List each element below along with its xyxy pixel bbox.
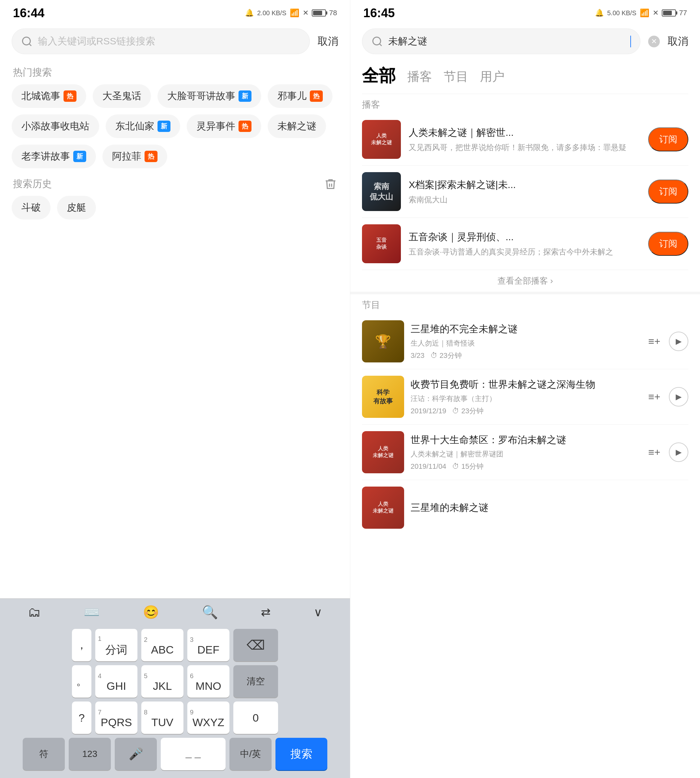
podcasters-section-title: 播客 [350, 94, 700, 114]
keyboard: 🗂 ⌨️ 😊 🔍 ⇄ ∨ ， 1 分词 2 ABC [0, 598, 350, 778]
hot-tag-6[interactable]: 灵异事件 热 [187, 114, 261, 138]
history-tags-container: 斗破 皮艇 [0, 196, 350, 219]
search-input-wrap-left[interactable]: 输入关键词或RSS链接搜索 [12, 28, 310, 54]
add-to-list-icon-0[interactable]: ≡+ [646, 333, 662, 349]
hot-tag-0[interactable]: 北城诡事 热 [12, 84, 86, 108]
kb-key-wxyz[interactable]: 9 WXYZ [187, 701, 230, 734]
episode-meta1-2: 人类未解之谜｜解密世界谜团 [411, 449, 640, 459]
episode-thumb-0: 🏆 [362, 320, 404, 362]
kb-key-fenci[interactable]: 1 分词 [95, 629, 137, 661]
podcaster-thumb-1: 索南侃大山 [362, 172, 401, 211]
tab-user[interactable]: 用户 [480, 68, 505, 87]
kb-key-zero[interactable]: 0 [233, 701, 278, 734]
tab-episode[interactable]: 节目 [444, 68, 468, 87]
kb-key-tuv[interactable]: 8 TUV [141, 701, 183, 734]
hot-tag-1[interactable]: 大圣鬼话 [93, 84, 151, 108]
status-bar-left: 16:44 🔔 2.00 KB/S 📶 ✕ 78 [0, 0, 350, 23]
episode-thumb-2: 人类未解之谜 [362, 431, 404, 473]
episode-item-1: 科学有故事 收费节目免费听：世界未解之谜之深海生物 汪诂：科学有故事（主打） 2… [350, 369, 700, 424]
episode-thumb-3: 人类未解之谜 [362, 487, 404, 529]
results-scroll[interactable]: 播客 人类未解之谜 人类未解之谜｜解密世... 又见西风哥，把世界说给你听！新书… [350, 94, 700, 778]
tab-podcast[interactable]: 播客 [407, 68, 432, 87]
search-icon-left [21, 36, 33, 47]
hot-search-title: 热门搜索 [0, 59, 350, 84]
kb-toolbar-briefcase[interactable]: 🗂 [28, 605, 41, 619]
kb-toolbar-emoji[interactable]: 😊 [143, 604, 159, 620]
search-placeholder-left: 输入关键词或RSS链接搜索 [38, 35, 300, 48]
cancel-button-right[interactable]: 取消 [668, 34, 688, 48]
status-icons-right: 🔔 5.00 KB/S 📶 ✕ 77 [595, 8, 687, 17]
kb-key-comma[interactable]: ， [72, 629, 92, 661]
add-to-list-icon-1[interactable]: ≡+ [646, 389, 662, 405]
cancel-button-left[interactable]: 取消 [318, 34, 338, 48]
clear-search-button[interactable]: ✕ [648, 36, 660, 47]
history-tag-1[interactable]: 皮艇 [57, 196, 96, 219]
play-button-2[interactable]: ▶ [669, 442, 688, 462]
kb-key-space[interactable]: ＿＿ [161, 738, 225, 770]
kb-toolbar-keyboard[interactable]: ⌨️ [83, 604, 100, 620]
hot-tag-2[interactable]: 大脸哥哥讲故事 新 [158, 84, 261, 108]
search-value-right: 未解之谜 [388, 35, 625, 48]
kb-toolbar-cursor[interactable]: ⇄ [261, 606, 271, 619]
episode-info-0: 三星堆的不完全未解之谜 生人勿近｜猎奇怪谈 3/23 ⏱ 23分钟 [411, 322, 640, 361]
kb-toolbar-collapse[interactable]: ∨ [314, 606, 322, 619]
episode-meta1-0: 生人勿近｜猎奇怪谈 [411, 339, 640, 348]
status-icons-left: 🔔 2.00 KB/S 📶 ✕ 78 [245, 8, 337, 17]
episode-title-0: 三星堆的不完全未解之谜 [411, 322, 640, 336]
kb-key-search[interactable]: 搜索 [275, 738, 327, 770]
episode-actions-1: ≡+ ▶ [646, 387, 688, 406]
subscribe-button-2[interactable]: 订阅 [648, 232, 688, 256]
kb-key-ghi[interactable]: 4 GHI [95, 665, 137, 698]
kb-key-123[interactable]: 123 [69, 738, 111, 770]
tab-all[interactable]: 全部 [362, 65, 396, 91]
kb-key-def[interactable]: 3 DEF [187, 629, 230, 661]
hot-tag-9[interactable]: 阿拉菲 热 [102, 145, 167, 168]
kb-key-fu[interactable]: 符 [23, 738, 65, 770]
episode-title-1: 收费节目免费听：世界未解之谜之深海生物 [411, 378, 640, 391]
podcaster-thumb-0: 人类未解之谜 [362, 120, 401, 159]
kb-key-abc[interactable]: 2 ABC [141, 629, 183, 661]
kb-toolbar-search[interactable]: 🔍 [202, 604, 218, 620]
kb-key-delete[interactable]: ⌫ [233, 629, 278, 661]
hot-tag-8[interactable]: 老李讲故事 新 [12, 145, 96, 168]
hot-tag-4[interactable]: 小添故事收电站 [12, 114, 99, 138]
episode-title-3: 三星堆的未解之谜 [411, 501, 688, 514]
add-to-list-icon-2[interactable]: ≡+ [646, 444, 662, 460]
hot-tag-5[interactable]: 东北仙家 新 [106, 114, 180, 138]
notification-icon: 🔔 [245, 9, 254, 17]
section-separator [350, 292, 700, 294]
kb-key-period[interactable]: 。 [72, 665, 92, 698]
kb-key-question[interactable]: ? [72, 701, 92, 734]
hot-tag-3[interactable]: 邪事儿 热 [268, 84, 332, 108]
kb-key-jkl[interactable]: 5 JKL [141, 665, 183, 698]
trash-icon[interactable] [324, 178, 337, 190]
podcaster-item-1: 索南侃大山 X档案|探索未解之谜|未... 索南侃大山 订阅 [350, 166, 700, 217]
kb-key-clear[interactable]: 清空 [233, 665, 278, 698]
subscribe-button-0[interactable]: 订阅 [648, 127, 688, 151]
battery-tip-left [326, 11, 327, 15]
hot-tag-7[interactable]: 未解之谜 [268, 114, 326, 138]
svg-point-0 [23, 37, 30, 45]
play-button-1[interactable]: ▶ [669, 387, 688, 406]
wifi-icon-right: 📶 [640, 8, 650, 17]
keyboard-toolbar: 🗂 ⌨️ 😊 🔍 ⇄ ∨ [0, 598, 350, 626]
podcaster-info-1: X档案|探索未解之谜|未... 索南侃大山 [409, 178, 640, 205]
podcaster-item-2: 五音杂谈 五音杂谈｜灵异刑侦、... 五音杂谈·寻访普通人的真实灵异经历；探索古… [350, 218, 700, 270]
search-bar-right: 未解之谜 ✕ 取消 [350, 23, 700, 59]
podcaster-desc-0: 又见西风哥，把世界说给你听！新书限免，请多多捧场：罪悬疑 [409, 142, 640, 153]
badge-hot-3: 热 [310, 90, 323, 102]
search-input-wrap-right[interactable]: 未解之谜 [362, 28, 640, 54]
kb-key-mno[interactable]: 6 MNO [187, 665, 230, 698]
history-tag-0[interactable]: 斗破 [12, 196, 50, 219]
kb-key-lang[interactable]: 中/英 [230, 738, 272, 770]
subscribe-button-1[interactable]: 订阅 [648, 180, 688, 204]
notification-icon-right: 🔔 [595, 9, 604, 17]
episodes-section-title: 节目 [350, 294, 700, 314]
kb-key-mic[interactable]: 🎤 [115, 738, 157, 770]
kb-key-pqrs[interactable]: 7 PQRS [95, 701, 137, 734]
see-all-row[interactable]: 查看全部播客 › [350, 270, 700, 292]
battery-right [662, 9, 676, 17]
play-button-0[interactable]: ▶ [669, 332, 688, 351]
episode-info-3: 三星堆的未解之谜 [411, 501, 688, 514]
battery-tip-right [676, 11, 677, 15]
